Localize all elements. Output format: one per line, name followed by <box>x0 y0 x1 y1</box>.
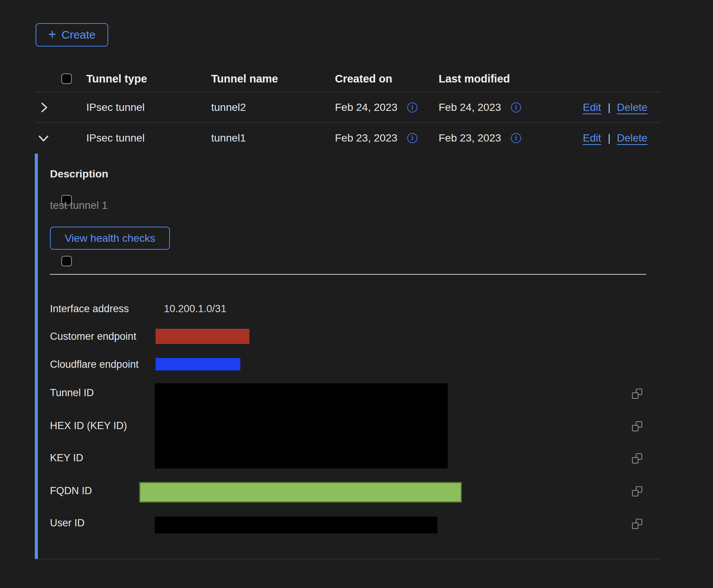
tunnels-page: + Create Tunnel type Tunnel name Created… <box>0 0 713 588</box>
user-id-label: User ID <box>50 517 85 529</box>
copy-icon[interactable] <box>632 453 642 464</box>
info-icon[interactable]: i <box>511 133 521 143</box>
ids-redacted-value <box>155 383 448 468</box>
copy-icon[interactable] <box>632 389 642 399</box>
cloudflare-endpoint-redacted-value <box>156 358 240 370</box>
interface-address-label: Interface address <box>50 303 129 315</box>
create-button[interactable]: + Create <box>36 23 108 47</box>
copy-icon[interactable] <box>632 486 642 496</box>
fqdn-id-redacted-value <box>139 482 462 502</box>
cloudflare-endpoint-label: Cloudflare endpoint <box>50 359 139 370</box>
user-id-redacted-value <box>155 516 437 534</box>
copy-icon[interactable] <box>632 519 642 529</box>
section-divider <box>50 274 646 275</box>
chevron-down-icon[interactable] <box>38 134 49 143</box>
column-header-tunnel-type: Tunnel type <box>86 72 147 85</box>
column-header-last-modified: Last modified <box>439 72 510 85</box>
create-button-label: Create <box>61 28 95 41</box>
edit-link[interactable]: Edit <box>583 132 601 144</box>
tunnel-id-label: Tunnel ID <box>50 387 94 399</box>
select-all-checkbox[interactable] <box>61 73 72 84</box>
action-separator: | <box>608 132 610 144</box>
column-header-tunnel-name: Tunnel name <box>211 72 278 85</box>
info-icon[interactable]: i <box>407 103 417 113</box>
view-health-checks-button[interactable]: View health checks <box>50 227 170 250</box>
tunnel-type-cell: IPsec tunnel <box>86 101 145 114</box>
interface-address-value: 10.200.1.0/31 <box>164 303 226 315</box>
created-on-cell: Feb 23, 2023 <box>335 132 397 144</box>
expanded-row-accent-bar <box>35 154 38 559</box>
info-icon[interactable]: i <box>511 103 521 113</box>
plus-icon: + <box>48 28 56 41</box>
table-row: IPsec tunnel tunnel1 Feb 23, 2023 i Feb … <box>0 123 713 154</box>
action-separator: | <box>608 101 610 114</box>
last-modified-cell: Feb 24, 2023 <box>439 101 501 114</box>
expanded-row-bottom-divider <box>35 559 660 559</box>
chevron-right-icon[interactable] <box>39 102 48 113</box>
customer-endpoint-label: Customer endpoint <box>50 331 136 342</box>
fqdn-id-label: FQDN ID <box>50 485 92 497</box>
column-header-created-on: Created on <box>335 72 392 85</box>
description-label: Description <box>50 168 108 180</box>
delete-link[interactable]: Delete <box>617 101 648 114</box>
hex-id-label: HEX ID (KEY ID) <box>50 420 127 432</box>
tunnel-type-cell: IPsec tunnel <box>86 132 145 144</box>
table-row: IPsec tunnel tunnel2 Feb 24, 2023 i Feb … <box>0 92 713 123</box>
description-value: test tunnel 1 <box>50 199 108 212</box>
tunnel-name-cell: tunnel2 <box>211 101 246 114</box>
row-checkbox[interactable] <box>61 256 72 266</box>
delete-link[interactable]: Delete <box>617 132 648 144</box>
edit-link[interactable]: Edit <box>583 101 601 114</box>
key-id-label: KEY ID <box>50 452 83 464</box>
copy-icon[interactable] <box>632 421 642 431</box>
tunnel-name-cell: tunnel1 <box>211 132 246 144</box>
info-icon[interactable]: i <box>407 133 417 143</box>
customer-endpoint-redacted-value <box>156 329 249 344</box>
last-modified-cell: Feb 23, 2023 <box>439 132 501 144</box>
created-on-cell: Feb 24, 2023 <box>335 101 397 114</box>
